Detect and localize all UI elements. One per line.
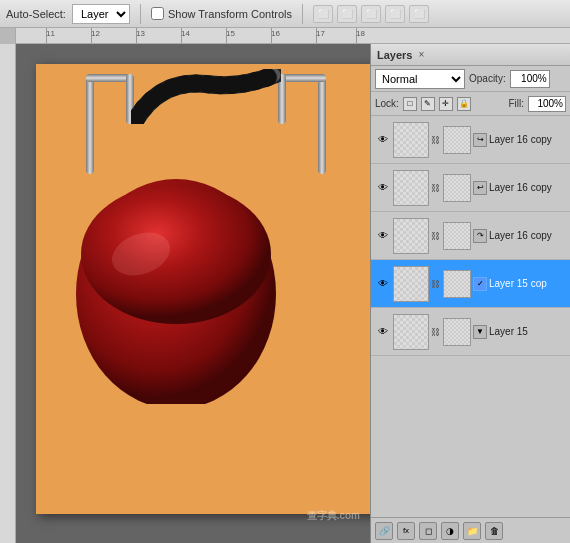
thumb-checker-0 <box>394 123 428 157</box>
layers-mode-row: Normal Opacity: <box>371 66 570 92</box>
lock-label: Lock: <box>375 98 399 109</box>
tube-4 <box>318 74 326 174</box>
show-transform-label[interactable]: Show Transform Controls <box>151 7 292 20</box>
mask-checker-1 <box>444 175 470 201</box>
layer-mask-3 <box>443 270 471 298</box>
ruler-row: 11 12 13 14 15 16 17 18 <box>0 28 570 44</box>
distribute-horiz-button[interactable]: ⬜ <box>385 5 405 23</box>
layer-icon-4: ▼ <box>473 325 487 339</box>
layers-panel: Layers × Normal Opacity: Lock: □ ✎ ✛ 🔒 F… <box>370 44 570 543</box>
ruler-tick-11: 11 <box>46 28 47 43</box>
fill-label: Fill: <box>508 98 524 109</box>
thumb-checker-4 <box>394 315 428 349</box>
layer-row-2[interactable]: 👁 ⛓ ↷ Layer 16 copy <box>371 212 570 260</box>
layers-header: Layers × <box>371 44 570 66</box>
heart-shape <box>61 154 291 404</box>
layer-icon-3: ✓ <box>473 277 487 291</box>
layer-row-3[interactable]: 👁 ⛓ ✓ Layer 15 cop <box>371 260 570 308</box>
layers-close-button[interactable]: × <box>418 49 424 60</box>
mask-checker-0 <box>444 127 470 153</box>
ruler-tick-17: 17 <box>316 28 317 43</box>
thumb-checker-2 <box>394 219 428 253</box>
ruler-tick-13: 13 <box>136 28 137 43</box>
hose-container <box>131 69 281 124</box>
mask-checker-4 <box>444 319 470 345</box>
layer-thumb-2 <box>393 218 429 254</box>
thumb-checker-1 <box>394 171 428 205</box>
lock-pixels-icon[interactable]: ✎ <box>421 97 435 111</box>
thumb-checker-3 <box>394 267 428 301</box>
ruler-tick-12: 12 <box>91 28 92 43</box>
tube-2 <box>86 74 131 82</box>
layer-row-1[interactable]: 👁 ⛓ ↩ Layer 16 copy <box>371 164 570 212</box>
lock-position-icon[interactable]: ✛ <box>439 97 453 111</box>
layer-link-1: ⛓ <box>431 183 441 193</box>
layer-mask-0 <box>443 126 471 154</box>
layers-list: 👁 ⛓ ↪ Layer 16 copy 👁 <box>371 116 570 517</box>
adjustment-icon-button[interactable]: ◑ <box>441 522 459 540</box>
trash-icon-button[interactable]: 🗑 <box>485 522 503 540</box>
toolbar-icons: ⬜ ⬜ ⬜ ⬜ ⬜ <box>313 5 429 23</box>
tool-select[interactable]: Layer <box>72 4 130 24</box>
layer-link-4: ⛓ <box>431 327 441 337</box>
layer-visibility-3[interactable]: 👁 <box>375 276 391 292</box>
opacity-label: Opacity: <box>469 73 506 84</box>
layer-row-0[interactable]: 👁 ⛓ ↪ Layer 16 copy <box>371 116 570 164</box>
fill-input[interactable] <box>528 96 566 112</box>
layer-name-1: Layer 16 copy <box>489 182 566 193</box>
layers-panel-title: Layers <box>377 49 412 61</box>
align-center-button[interactable]: ⬜ <box>337 5 357 23</box>
mask-checker-2 <box>444 223 470 249</box>
layer-thumb-3 <box>393 266 429 302</box>
layer-visibility-0[interactable]: 👁 <box>375 132 391 148</box>
layer-row-4[interactable]: 👁 ⛓ ▼ Layer 15 <box>371 308 570 356</box>
layer-link-3: ⛓ <box>431 279 441 289</box>
layer-thumb-1 <box>393 170 429 206</box>
canvas-area: Layers × Normal Opacity: Lock: □ ✎ ✛ 🔒 F… <box>16 44 570 543</box>
toolbar-sep2 <box>302 4 303 24</box>
ruler-tick-16: 16 <box>271 28 272 43</box>
toolbar-separator <box>140 4 141 24</box>
layers-lock-row: Lock: □ ✎ ✛ 🔒 Fill: <box>371 92 570 116</box>
layer-visibility-1[interactable]: 👁 <box>375 180 391 196</box>
layer-thumb-4 <box>393 314 429 350</box>
mask-checker-3 <box>444 271 470 297</box>
layer-mask-1 <box>443 174 471 202</box>
tool-label: Auto-Select: <box>6 8 66 20</box>
layers-bottom: 🔗 fx ◻ ◑ 📁 🗑 <box>371 517 570 543</box>
toolbar: Auto-Select: Layer Show Transform Contro… <box>0 0 570 28</box>
layer-name-0: Layer 16 copy <box>489 134 566 145</box>
lock-transparent-icon[interactable]: □ <box>403 97 417 111</box>
lock-all-icon[interactable]: 🔒 <box>457 97 471 111</box>
fx-icon-button[interactable]: fx <box>397 522 415 540</box>
show-transform-text: Show Transform Controls <box>168 8 292 20</box>
svg-point-1 <box>81 184 271 324</box>
ruler-tick-15: 15 <box>226 28 227 43</box>
layer-visibility-4[interactable]: 👁 <box>375 324 391 340</box>
layer-thumb-0 <box>393 122 429 158</box>
opacity-input[interactable] <box>510 70 550 88</box>
align-right-button[interactable]: ⬜ <box>361 5 381 23</box>
layer-icon-0: ↪ <box>473 133 487 147</box>
show-transform-checkbox[interactable] <box>151 7 164 20</box>
layer-name-3: Layer 15 cop <box>489 278 566 289</box>
layer-icon-2: ↷ <box>473 229 487 243</box>
layer-name-2: Layer 16 copy <box>489 230 566 241</box>
ruler-vertical <box>0 44 16 543</box>
layer-icon-1: ↩ <box>473 181 487 195</box>
align-left-button[interactable]: ⬜ <box>313 5 333 23</box>
distribute-vert-button[interactable]: ⬜ <box>409 5 429 23</box>
layer-link-2: ⛓ <box>431 231 441 241</box>
main-area: Layers × Normal Opacity: Lock: □ ✎ ✛ 🔒 F… <box>0 44 570 543</box>
ruler-tick-14: 14 <box>181 28 182 43</box>
blend-mode-select[interactable]: Normal <box>375 69 465 89</box>
layer-visibility-2[interactable]: 👁 <box>375 228 391 244</box>
folder-icon-button[interactable]: 📁 <box>463 522 481 540</box>
link-icon-button[interactable]: 🔗 <box>375 522 393 540</box>
canvas-document <box>36 64 376 514</box>
mask-icon-button[interactable]: ◻ <box>419 522 437 540</box>
ruler-tick-18: 18 <box>356 28 357 43</box>
layer-link-0: ⛓ <box>431 135 441 145</box>
layer-mask-4 <box>443 318 471 346</box>
ruler-horizontal: 11 12 13 14 15 16 17 18 <box>16 28 570 43</box>
